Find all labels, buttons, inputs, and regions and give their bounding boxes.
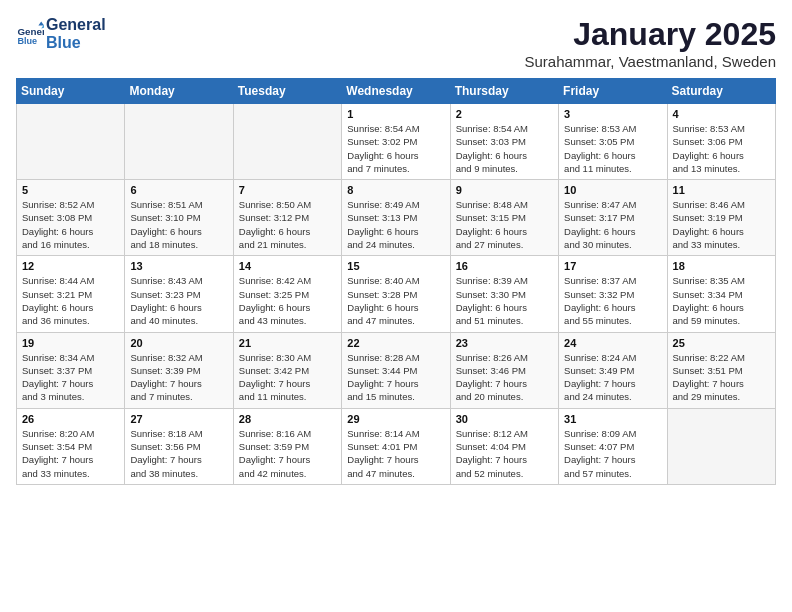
weekday-header-wednesday: Wednesday [342, 79, 450, 104]
day-info: Sunrise: 8:32 AM Sunset: 3:39 PM Dayligh… [130, 351, 227, 404]
day-info: Sunrise: 8:46 AM Sunset: 3:19 PM Dayligh… [673, 198, 770, 251]
day-info: Sunrise: 8:12 AM Sunset: 4:04 PM Dayligh… [456, 427, 553, 480]
day-number: 5 [22, 184, 119, 196]
day-info: Sunrise: 8:09 AM Sunset: 4:07 PM Dayligh… [564, 427, 661, 480]
day-number: 9 [456, 184, 553, 196]
day-info: Sunrise: 8:18 AM Sunset: 3:56 PM Dayligh… [130, 427, 227, 480]
calendar-cell: 17Sunrise: 8:37 AM Sunset: 3:32 PM Dayli… [559, 256, 667, 332]
calendar-cell: 15Sunrise: 8:40 AM Sunset: 3:28 PM Dayli… [342, 256, 450, 332]
day-info: Sunrise: 8:44 AM Sunset: 3:21 PM Dayligh… [22, 274, 119, 327]
calendar-cell: 1Sunrise: 8:54 AM Sunset: 3:02 PM Daylig… [342, 104, 450, 180]
calendar-cell: 8Sunrise: 8:49 AM Sunset: 3:13 PM Daylig… [342, 180, 450, 256]
calendar-cell: 6Sunrise: 8:51 AM Sunset: 3:10 PM Daylig… [125, 180, 233, 256]
day-info: Sunrise: 8:47 AM Sunset: 3:17 PM Dayligh… [564, 198, 661, 251]
day-info: Sunrise: 8:49 AM Sunset: 3:13 PM Dayligh… [347, 198, 444, 251]
day-info: Sunrise: 8:53 AM Sunset: 3:05 PM Dayligh… [564, 122, 661, 175]
calendar-cell: 13Sunrise: 8:43 AM Sunset: 3:23 PM Dayli… [125, 256, 233, 332]
calendar-cell [17, 104, 125, 180]
day-number: 30 [456, 413, 553, 425]
calendar-cell: 12Sunrise: 8:44 AM Sunset: 3:21 PM Dayli… [17, 256, 125, 332]
day-number: 3 [564, 108, 661, 120]
day-info: Sunrise: 8:30 AM Sunset: 3:42 PM Dayligh… [239, 351, 336, 404]
weekday-header-row: SundayMondayTuesdayWednesdayThursdayFrid… [17, 79, 776, 104]
svg-text:Blue: Blue [17, 35, 37, 45]
day-info: Sunrise: 8:52 AM Sunset: 3:08 PM Dayligh… [22, 198, 119, 251]
calendar-week-1: 1Sunrise: 8:54 AM Sunset: 3:02 PM Daylig… [17, 104, 776, 180]
day-info: Sunrise: 8:28 AM Sunset: 3:44 PM Dayligh… [347, 351, 444, 404]
day-info: Sunrise: 8:43 AM Sunset: 3:23 PM Dayligh… [130, 274, 227, 327]
calendar-cell: 28Sunrise: 8:16 AM Sunset: 3:59 PM Dayli… [233, 408, 341, 484]
day-number: 25 [673, 337, 770, 349]
calendar-week-5: 26Sunrise: 8:20 AM Sunset: 3:54 PM Dayli… [17, 408, 776, 484]
calendar-cell: 26Sunrise: 8:20 AM Sunset: 3:54 PM Dayli… [17, 408, 125, 484]
day-number: 20 [130, 337, 227, 349]
location-subtitle: Surahammar, Vaestmanland, Sweden [524, 53, 776, 70]
calendar-cell [667, 408, 775, 484]
day-info: Sunrise: 8:35 AM Sunset: 3:34 PM Dayligh… [673, 274, 770, 327]
day-number: 29 [347, 413, 444, 425]
day-number: 13 [130, 260, 227, 272]
day-info: Sunrise: 8:16 AM Sunset: 3:59 PM Dayligh… [239, 427, 336, 480]
day-info: Sunrise: 8:34 AM Sunset: 3:37 PM Dayligh… [22, 351, 119, 404]
calendar-table: SundayMondayTuesdayWednesdayThursdayFrid… [16, 78, 776, 485]
day-info: Sunrise: 8:51 AM Sunset: 3:10 PM Dayligh… [130, 198, 227, 251]
day-number: 12 [22, 260, 119, 272]
calendar-cell [233, 104, 341, 180]
calendar-cell [125, 104, 233, 180]
day-number: 23 [456, 337, 553, 349]
day-number: 6 [130, 184, 227, 196]
calendar-cell: 20Sunrise: 8:32 AM Sunset: 3:39 PM Dayli… [125, 332, 233, 408]
day-number: 24 [564, 337, 661, 349]
calendar-week-2: 5Sunrise: 8:52 AM Sunset: 3:08 PM Daylig… [17, 180, 776, 256]
calendar-cell: 23Sunrise: 8:26 AM Sunset: 3:46 PM Dayli… [450, 332, 558, 408]
calendar-week-4: 19Sunrise: 8:34 AM Sunset: 3:37 PM Dayli… [17, 332, 776, 408]
day-info: Sunrise: 8:24 AM Sunset: 3:49 PM Dayligh… [564, 351, 661, 404]
calendar-cell: 31Sunrise: 8:09 AM Sunset: 4:07 PM Dayli… [559, 408, 667, 484]
calendar-cell: 5Sunrise: 8:52 AM Sunset: 3:08 PM Daylig… [17, 180, 125, 256]
calendar-cell: 24Sunrise: 8:24 AM Sunset: 3:49 PM Dayli… [559, 332, 667, 408]
calendar-cell: 29Sunrise: 8:14 AM Sunset: 4:01 PM Dayli… [342, 408, 450, 484]
logo-text-blue: Blue [46, 34, 106, 52]
day-number: 31 [564, 413, 661, 425]
calendar-cell: 10Sunrise: 8:47 AM Sunset: 3:17 PM Dayli… [559, 180, 667, 256]
calendar-cell: 9Sunrise: 8:48 AM Sunset: 3:15 PM Daylig… [450, 180, 558, 256]
calendar-cell: 11Sunrise: 8:46 AM Sunset: 3:19 PM Dayli… [667, 180, 775, 256]
calendar-cell: 27Sunrise: 8:18 AM Sunset: 3:56 PM Dayli… [125, 408, 233, 484]
calendar-header: SundayMondayTuesdayWednesdayThursdayFrid… [17, 79, 776, 104]
logo: General Blue General Blue [16, 16, 106, 51]
calendar-cell: 3Sunrise: 8:53 AM Sunset: 3:05 PM Daylig… [559, 104, 667, 180]
calendar-cell: 22Sunrise: 8:28 AM Sunset: 3:44 PM Dayli… [342, 332, 450, 408]
day-number: 27 [130, 413, 227, 425]
calendar-cell: 7Sunrise: 8:50 AM Sunset: 3:12 PM Daylig… [233, 180, 341, 256]
day-info: Sunrise: 8:53 AM Sunset: 3:06 PM Dayligh… [673, 122, 770, 175]
calendar-cell: 4Sunrise: 8:53 AM Sunset: 3:06 PM Daylig… [667, 104, 775, 180]
day-info: Sunrise: 8:22 AM Sunset: 3:51 PM Dayligh… [673, 351, 770, 404]
logo-text-general: General [46, 16, 106, 34]
day-info: Sunrise: 8:40 AM Sunset: 3:28 PM Dayligh… [347, 274, 444, 327]
day-info: Sunrise: 8:42 AM Sunset: 3:25 PM Dayligh… [239, 274, 336, 327]
day-info: Sunrise: 8:54 AM Sunset: 3:03 PM Dayligh… [456, 122, 553, 175]
day-info: Sunrise: 8:37 AM Sunset: 3:32 PM Dayligh… [564, 274, 661, 327]
day-number: 8 [347, 184, 444, 196]
day-number: 19 [22, 337, 119, 349]
day-number: 4 [673, 108, 770, 120]
day-info: Sunrise: 8:54 AM Sunset: 3:02 PM Dayligh… [347, 122, 444, 175]
day-info: Sunrise: 8:48 AM Sunset: 3:15 PM Dayligh… [456, 198, 553, 251]
day-number: 22 [347, 337, 444, 349]
weekday-header-monday: Monday [125, 79, 233, 104]
calendar-cell: 19Sunrise: 8:34 AM Sunset: 3:37 PM Dayli… [17, 332, 125, 408]
day-number: 17 [564, 260, 661, 272]
day-number: 11 [673, 184, 770, 196]
title-block: January 2025 Surahammar, Vaestmanland, S… [524, 16, 776, 70]
day-number: 21 [239, 337, 336, 349]
day-number: 2 [456, 108, 553, 120]
day-number: 26 [22, 413, 119, 425]
month-title: January 2025 [524, 16, 776, 53]
day-info: Sunrise: 8:20 AM Sunset: 3:54 PM Dayligh… [22, 427, 119, 480]
calendar-cell: 16Sunrise: 8:39 AM Sunset: 3:30 PM Dayli… [450, 256, 558, 332]
day-number: 16 [456, 260, 553, 272]
day-number: 10 [564, 184, 661, 196]
weekday-header-sunday: Sunday [17, 79, 125, 104]
day-number: 7 [239, 184, 336, 196]
weekday-header-thursday: Thursday [450, 79, 558, 104]
